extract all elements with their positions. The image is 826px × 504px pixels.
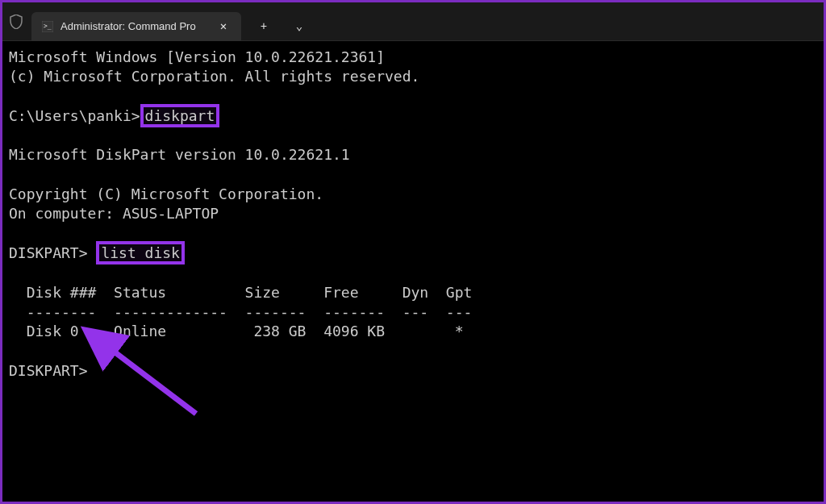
new-tab-button[interactable]: + [248, 12, 280, 41]
computer-name-line: On computer: ASUS-LAPTOP [9, 205, 219, 222]
shield-icon [9, 15, 23, 29]
table-header: Disk ### Status Size Free Dyn Gpt [9, 284, 472, 301]
prompt-path: C:\Users\panki> [9, 107, 140, 124]
diskpart-version-line: Microsoft DiskPart version 10.0.22621.1 [9, 146, 350, 163]
tab-close-button[interactable]: ✕ [215, 19, 232, 35]
title-bar: >_ Administrator: Command Pro ✕ + ⌄ [2, 2, 824, 41]
table-row: Disk 0 Online 238 GB 4096 KB * [9, 323, 464, 339]
windows-version-line: Microsoft Windows [Version 10.0.22621.23… [9, 48, 385, 65]
diskpart-copyright-line: Copyright (C) Microsoft Corporation. [9, 185, 323, 202]
table-divider: -------- ------------- ------- ------- -… [9, 303, 472, 320]
copyright-line: (c) Microsoft Corporation. All rights re… [9, 68, 419, 85]
command-diskpart: diskpart [140, 104, 220, 127]
cmd-icon: >_ [41, 20, 54, 33]
diskpart-prompt-empty: DISKPART> [9, 362, 88, 379]
command-list-disk: list disk [96, 241, 185, 264]
diskpart-prompt: DISKPART> [9, 244, 96, 261]
terminal-output[interactable]: Microsoft Windows [Version 10.0.22621.23… [2, 41, 824, 387]
tab-dropdown-button[interactable]: ⌄ [283, 12, 315, 41]
tab-active[interactable]: >_ Administrator: Command Pro ✕ [31, 12, 241, 41]
tab-actions: + ⌄ [248, 12, 315, 41]
svg-text:>_: >_ [44, 23, 52, 30]
tab-title: Administrator: Command Pro [60, 20, 215, 32]
